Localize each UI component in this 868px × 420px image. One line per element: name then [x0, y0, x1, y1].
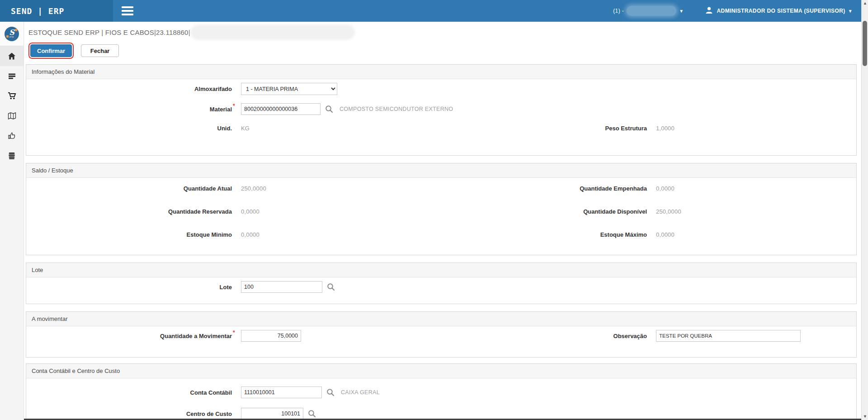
almoxarifado-label: Almoxarifado — [26, 86, 232, 92]
estoque-maximo-value: 0,0000 — [656, 231, 675, 238]
panel-lote-title: Lote — [26, 263, 856, 277]
sidebar-item-map[interactable] — [0, 106, 24, 126]
required-asterisk: * — [233, 103, 235, 109]
material-input[interactable] — [241, 103, 321, 115]
user-icon — [705, 6, 713, 16]
unid-value: KG — [241, 125, 250, 132]
page-title: ESTOQUE SEND ERP | FIOS E CABOS|23.11886… — [28, 29, 190, 36]
observacao-input[interactable] — [656, 330, 801, 342]
centro-search-icon[interactable] — [308, 410, 316, 418]
peso-estrutura-label: Peso Estrutura — [441, 125, 647, 132]
conta-contabil-input[interactable] — [241, 387, 322, 398]
lote-search-icon[interactable] — [327, 283, 335, 291]
panel-material-info-title: Informações do Material — [26, 65, 856, 79]
panel-saldo-title: Saldo / Estoque — [26, 163, 856, 178]
close-button[interactable]: Fechar — [81, 44, 119, 57]
panel-saldo-estoque: Saldo / Estoque Quantidade Atual 250,000… — [26, 163, 857, 255]
hamburger-icon[interactable] — [118, 0, 137, 22]
required-asterisk: * — [233, 329, 235, 336]
cart-icon — [8, 92, 16, 100]
redacted-title-area — [193, 27, 353, 38]
panel-conta-title: Conta Contábil e Centro de Custo — [26, 364, 856, 378]
caret-down-icon[interactable]: ▼ — [679, 9, 684, 14]
sidebar-item-home[interactable] — [0, 46, 24, 66]
conta-description: CAIXA GERAL — [341, 389, 380, 396]
env-prefix: (1) - — [613, 8, 624, 14]
panel-movimentar-title: A movimentar — [26, 312, 856, 326]
quantidade-disponivel-value: 250,0000 — [656, 208, 681, 215]
panel-lote: Lote Lote — [26, 262, 857, 304]
almoxarifado-select[interactable]: 1 - MATERIA PRIMA — [241, 83, 337, 95]
sidebar: S erp — [0, 22, 24, 420]
thumbs-up-icon — [8, 132, 16, 140]
conta-contabil-label: Conta Contábil — [26, 389, 232, 396]
unid-label: Unid. — [26, 125, 232, 132]
toolbar: Confirmar Fechar — [26, 43, 857, 59]
quantidade-reservada-label: Quantidade Reservada — [26, 208, 232, 215]
map-icon — [8, 112, 16, 120]
estoque-minimo-label: Estoque Minimo — [26, 231, 232, 238]
scroll-up-icon[interactable]: ▲ — [862, 0, 868, 7]
navbar-right: (1) - ▼ ADMINISTRADOR DO SISTEMA (SUPERV… — [613, 0, 855, 22]
sidebar-item-approve[interactable] — [0, 126, 24, 146]
home-icon — [8, 52, 16, 60]
caret-down-icon[interactable]: ▼ — [848, 9, 853, 14]
user-menu[interactable]: ADMINISTRADOR DO SISTEMA (SUPERVISOR) — [717, 8, 845, 14]
quantidade-atual-value: 250,0000 — [241, 185, 266, 192]
panel-conta-centro: Conta Contábil e Centro de Custo Conta C… — [26, 363, 857, 420]
material-search-icon[interactable] — [325, 105, 333, 113]
sidebar-item-cart[interactable] — [0, 86, 24, 106]
top-navbar: SEND | ERP (1) - ▼ ADMINISTRADOR DO SIST… — [0, 0, 868, 22]
quantidade-reservada-value: 0,0000 — [241, 208, 259, 215]
estoque-minimo-value: 0,0000 — [241, 231, 259, 238]
sidebar-item-list[interactable] — [0, 66, 24, 86]
conta-search-icon[interactable] — [326, 388, 335, 396]
estoque-maximo-label: Estoque Máximo — [441, 231, 647, 238]
send-erp-logo: S erp — [5, 27, 19, 41]
panel-movimentar: A movimentar Quantidade a Movimentar* Ob… — [26, 311, 857, 358]
peso-estrutura-value: 1,0000 — [656, 125, 675, 132]
confirm-highlight-ring: Confirmar — [28, 43, 74, 59]
vertical-scrollbar[interactable]: ▲ ▼ — [861, 0, 868, 420]
main-content: ESTOQUE SEND ERP | FIOS E CABOS|23.11886… — [24, 22, 861, 420]
quantidade-empenhada-value: 0,0000 — [656, 185, 675, 192]
material-label: Material* — [26, 106, 232, 113]
layers-icon — [8, 152, 16, 160]
panel-material-info: Informações do Material Almoxarifado 1 -… — [26, 64, 857, 156]
lote-label: Lote — [26, 284, 232, 291]
quantidade-empenhada-label: Quantidade Empenhada — [441, 185, 647, 192]
lote-input[interactable] — [241, 281, 322, 293]
title-bar: ESTOQUE SEND ERP | FIOS E CABOS|23.11886… — [26, 22, 857, 43]
redacted-env-name — [627, 6, 676, 16]
centro-custo-label: Centro de Custo — [26, 410, 232, 417]
scroll-down-icon[interactable]: ▼ — [862, 413, 868, 420]
quantidade-disponivel-label: Quantidade Disponível — [441, 208, 647, 215]
observacao-label: Observação — [441, 333, 647, 339]
quantidade-movimentar-label: Quantidade a Movimentar* — [26, 333, 232, 339]
sidebar-item-stock[interactable] — [0, 146, 24, 166]
app-brand: SEND | ERP — [0, 0, 113, 22]
quantidade-movimentar-input[interactable] — [241, 330, 301, 342]
centro-custo-input[interactable] — [241, 408, 303, 420]
sidebar-logo-block[interactable]: S erp — [0, 22, 24, 46]
list-icon — [8, 72, 16, 80]
scrollbar-thumb[interactable] — [863, 21, 867, 66]
quantidade-atual-label: Quantidade Atual — [26, 185, 232, 192]
material-description: COMPOSTO SEMICONDUTOR EXTERNO — [340, 106, 453, 112]
confirm-button[interactable]: Confirmar — [30, 44, 72, 57]
